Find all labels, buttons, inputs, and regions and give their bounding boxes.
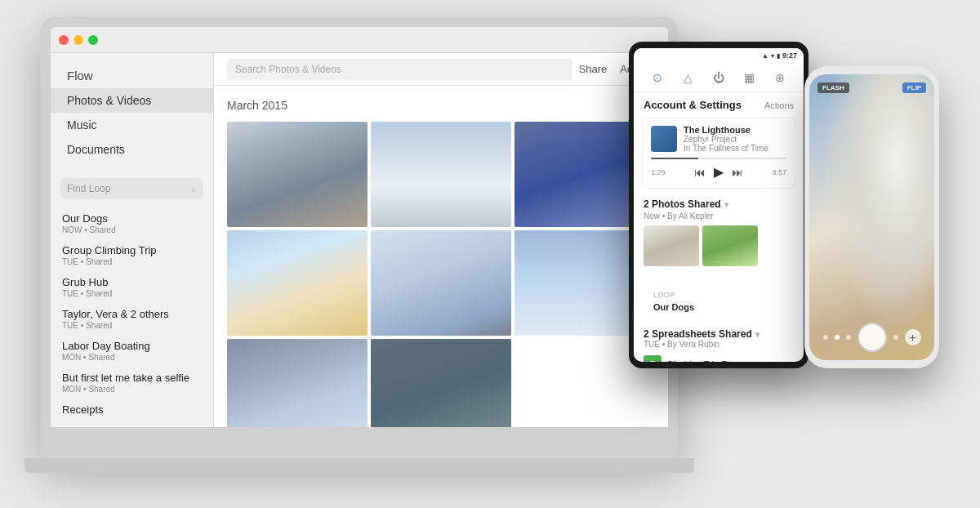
loop-label: LOOP [644,291,685,301]
shared-photos-row [644,225,794,266]
tab-share[interactable]: ⊕ [771,69,789,87]
time-start: 1:29 [651,168,666,176]
list-item[interactable]: Our Dogs NOW • Shared [51,207,213,239]
track-artwork [651,126,677,152]
android-nav-tabs: ⊙ △ ⏻ ▦ ⊕ [634,63,804,92]
photos-shared-meta: Now • By Ali Kepler [644,212,794,221]
tab-grid[interactable]: ▦ [741,69,759,87]
loop-list: Our Dogs NOW • Shared Group Climbing Tri… [51,207,213,427]
music-card: The Lighthouse Zephyr Project In The Ful… [642,118,795,189]
fast-forward-button[interactable]: ⏭ [732,166,743,179]
wifi-icon: ▾ [771,52,774,60]
tab-power[interactable]: ⏻ [710,69,728,87]
loop-name: Group Climbing Trip [62,244,202,256]
status-time: 9:27 [782,51,797,60]
sidebar: Flow Photos & Videos Music Documents [51,53,214,427]
control-buttons: ⏮ ▶ ⏭ [694,164,743,180]
shutter-button[interactable] [858,323,887,352]
loop-name: But first let me take a selfie [62,372,202,384]
photo-cell[interactable] [371,339,511,427]
close-button-dot[interactable] [59,35,69,45]
mac-titlebar [51,27,668,53]
photos-shared-title: 2 Photos Shared ▾ [644,198,794,210]
laptop-base [24,458,694,473]
photo-cell[interactable] [227,230,368,336]
search-bar[interactable]: Search Photos & Videos [227,59,572,80]
spreadsheets-section: 2 Spreadsheets Shared ▾ TUE • By Vera Ru… [634,325,804,362]
main-scroll: March 2015 [214,86,668,427]
loop-meta: NOW • Shared [62,225,202,234]
list-item[interactable]: But first let me take a selfie MON • Sha… [51,367,213,399]
track-project: Zephyr Project [684,135,768,144]
laptop: Flow Photos & Videos Music Documents [41,17,678,458]
time-end: 3:57 [772,168,786,176]
signal-icon: ▲ [762,52,768,60]
iphone-screen: FLASH FLIP + [809,74,934,360]
loop-meta: TUE • Shared [62,321,202,330]
share-button[interactable]: Share [579,63,608,75]
maximize-button-dot[interactable] [88,35,98,45]
track-sub: In The Fullness of Time [684,144,768,153]
shared-photo-1[interactable] [644,225,699,266]
sidebar-item-documents[interactable]: Documents [51,137,213,162]
list-item[interactable]: Receipts [51,399,213,421]
indicator-dot-active [835,335,840,340]
loop-name: Labor Day Boating [62,340,202,352]
iphone-top-bar: FLASH FLIP [809,74,934,97]
android-section-header: Account & Settings Actions [634,92,804,114]
tab-triangle[interactable]: △ [679,69,697,87]
indicator-dot [846,335,851,340]
sidebar-item-music[interactable]: Music [51,113,213,137]
main-area: Search Photos & Videos Share Actions Mar… [214,53,668,427]
spreadsheets-title: 2 Spreadsheets Shared ▾ [644,328,794,340]
laptop-screen: Flow Photos & Videos Music Documents [51,27,668,427]
sidebar-item-flow[interactable]: Flow [51,63,213,88]
photo-cell[interactable] [371,230,511,336]
shared-photo-2[interactable] [702,225,758,266]
chevron-down-icon: ▾ [724,200,728,209]
minimize-button-dot[interactable] [74,35,83,45]
photo-cell[interactable] [371,122,511,227]
iphone-device: FLASH FLIP + [804,66,939,368]
iphone-photo-background [809,74,934,360]
section-date: March 2015 [227,99,655,112]
sidebar-nav: Flow Photos & Videos Music Documents [51,53,213,175]
android-content: Account & Settings Actions The Lighthous… [634,92,804,362]
android-status-bar: ▲ ▾ ▮ 9:27 [634,48,804,63]
progress-bar[interactable] [651,158,786,159]
list-item[interactable]: Group Climbing Trip TUE • Shared [51,239,213,271]
loop-name: Our Dogs [62,212,202,225]
photo-grid [227,122,655,427]
list-item[interactable]: Grub Hub TUE • Shared [51,271,213,303]
indicator-dot [893,335,898,340]
android-screen: ▲ ▾ ▮ 9:27 ⊙ △ ⏻ ▦ ⊕ Account & Settings … [634,48,804,362]
sidebar-search-placeholder: Find Loop [67,183,188,194]
sidebar-search[interactable]: Find Loop ⌕ [60,178,203,199]
mac-content: Flow Photos & Videos Music Documents [51,53,668,427]
iphone-bottom-controls: + [809,323,934,352]
spreadsheet-icon: E [644,355,662,362]
loop-meta: TUE • Shared [62,289,202,298]
list-item[interactable]: Ali & Vera's Wedding 10/31 • Shared [51,421,213,427]
loop-meta: MON • Shared [62,353,202,362]
tab-camera[interactable]: ⊙ [648,69,666,87]
spreadsheet-name: Climbing Trip Expenses [666,359,761,362]
account-settings-title: Account & Settings [644,99,742,111]
search-bar-placeholder: Search Photos & Videos [235,64,341,75]
loop-name: Taylor, Vera & 2 others [62,308,202,320]
search-icon: ⌕ [191,184,197,194]
android-actions-button[interactable]: Actions [764,100,794,110]
loop-name: Our Dogs [644,302,794,317]
add-button[interactable]: + [905,329,921,345]
list-item[interactable]: Labor Day Boating MON • Shared [51,335,213,367]
spreadsheet-item[interactable]: E Climbing Trip Expenses [644,352,794,362]
photo-cell[interactable] [227,339,368,427]
sidebar-item-photos-videos[interactable]: Photos & Videos [51,88,213,113]
progress-fill [651,158,698,159]
track-info: The Lighthouse Zephyr Project In The Ful… [651,125,786,153]
indicator-dot [823,335,828,340]
photo-cell[interactable] [227,122,368,227]
rewind-button[interactable]: ⏮ [694,166,706,179]
list-item[interactable]: Taylor, Vera & 2 others TUE • Shared [51,303,213,335]
play-button[interactable]: ▶ [714,164,724,180]
